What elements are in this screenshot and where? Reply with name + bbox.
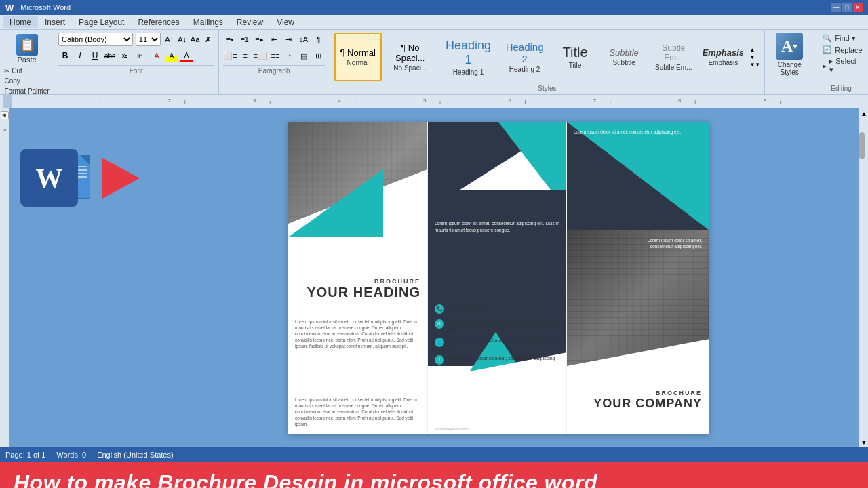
copy-button[interactable]: Copy <box>3 77 50 85</box>
font-label: Font <box>58 65 214 75</box>
bullets-button[interactable]: ≡• <box>223 33 237 46</box>
brochure-heading-left: YOUR HEADING <box>307 285 420 300</box>
style-emphasis-button[interactable]: Emphasis Emphasis <box>699 33 747 81</box>
line-spacing-button[interactable]: ↕ <box>283 49 296 62</box>
bold-button[interactable]: B <box>58 49 72 62</box>
clear-format-button[interactable]: ✗ <box>202 33 214 45</box>
decrease-indent-button[interactable]: ⇤ <box>267 33 281 46</box>
style-emphasis-preview: Emphasis <box>703 47 744 58</box>
menu-mailings[interactable]: Mailings <box>186 16 230 28</box>
styles-scroll[interactable]: ▲ ▼ ▼▼ <box>749 47 760 68</box>
editing-group: 🔍 Find ▾ 🔄 Replace ▸ ▸ Select ▾ Editing <box>814 30 868 95</box>
decrease-font-button[interactable]: A↓ <box>176 33 189 45</box>
menu-insert[interactable]: Insert <box>38 16 72 28</box>
paragraph-label: Paragraph <box>223 65 326 75</box>
align-center-button[interactable]: ≡ <box>239 49 252 62</box>
svg-text:9: 9 <box>764 98 767 104</box>
justify-button[interactable]: ≡≡ <box>269 49 282 62</box>
numbering-button[interactable]: ≡1 <box>237 33 252 46</box>
font-color-button[interactable]: A <box>180 49 193 62</box>
brochure-right-panel: BROCHURE YOUR COMPANY Lorem ipsum dolor … <box>566 122 709 434</box>
style-heading1-button[interactable]: Heading 1 Heading 1 <box>439 33 498 81</box>
show-marks-button[interactable]: ¶ <box>311 33 326 46</box>
increase-font-button[interactable]: A↑ <box>163 33 176 45</box>
borders-button[interactable]: ⊞ <box>312 49 326 62</box>
menu-page-layout[interactable]: Page Layout <box>72 16 131 28</box>
window-title: Microsoft Word <box>20 3 71 12</box>
minimize-button[interactable]: — <box>831 3 841 12</box>
superscript-button[interactable]: x² <box>133 49 146 62</box>
svg-text:6: 6 <box>508 98 511 104</box>
document-viewport[interactable]: W <box>9 108 859 447</box>
menu-home[interactable]: Home <box>3 16 38 28</box>
menu-review[interactable]: Review <box>230 16 270 28</box>
style-no-spacing-button[interactable]: ¶ No Spaci... No Spaci... <box>383 33 437 81</box>
words-status: Words: 0 <box>56 451 86 459</box>
brochure-mid-body: Lorem ipsum dolor sit amet, consectetur … <box>435 220 559 234</box>
maximize-button[interactable]: □ <box>842 3 852 12</box>
text-effect-button[interactable]: A <box>150 49 163 62</box>
style-heading2-button[interactable]: Heading 2 Heading 2 <box>499 33 550 81</box>
styles-scroll-down[interactable]: ▼ <box>749 54 760 60</box>
window-controls[interactable]: — □ ✕ <box>831 3 863 12</box>
ruler-corner <box>3 95 12 108</box>
word-logo-area: W <box>20 149 140 207</box>
underline-button[interactable]: U <box>88 49 102 62</box>
shading-button[interactable]: ▤ <box>297 49 311 62</box>
italic-button[interactable]: I <box>73 49 87 62</box>
scrollbar[interactable]: ▲ ▼ <box>859 108 868 447</box>
style-h1-preview: Heading 1 <box>443 39 493 67</box>
contact-email: ✉ Lorem ipsum dolor sit amet, consectetu… <box>435 319 559 331</box>
align-left-button[interactable]: ⬜≡ <box>223 49 238 62</box>
window-title-area: W Microsoft Word <box>5 3 71 13</box>
scroll-thumb[interactable] <box>859 132 865 159</box>
paste-button[interactable]: 📋 Paste <box>3 33 50 65</box>
email-icon: ✉ <box>435 319 444 329</box>
change-styles-dropdown-arrow: ▾ <box>793 41 797 52</box>
menu-view[interactable]: View <box>270 16 301 28</box>
doc-fold <box>80 155 90 165</box>
replace-button[interactable]: 🔄 Replace <box>818 44 864 56</box>
sort-button[interactable]: ↕A <box>296 33 311 46</box>
cut-button[interactable]: ✂ Cut <box>3 66 50 75</box>
svg-rect-1 <box>15 104 865 104</box>
scroll-up-button[interactable]: ▲ <box>859 108 868 119</box>
arrow-right-icon <box>102 158 140 199</box>
style-subtle-label: Subtle Em... <box>655 64 692 71</box>
highlight-button[interactable]: A <box>165 49 178 62</box>
align-right-button[interactable]: ≡⬜ <box>253 49 268 62</box>
style-no-spacing-preview: ¶ No Spaci... <box>388 43 433 63</box>
contact-social: f Lorem ipsum dolor sit amet, consectetu… <box>435 355 559 367</box>
styles-scroll-up[interactable]: ▲ <box>749 47 760 53</box>
change-styles-icon-letter: A <box>781 37 793 56</box>
change-case-button[interactable]: Aa <box>189 33 201 45</box>
close-button[interactable]: ✕ <box>853 3 863 12</box>
style-subtitle-preview: Subtitle <box>609 47 638 58</box>
change-styles-area: A ▾ ChangeStyles <box>769 33 810 76</box>
word-logo: W <box>20 149 78 207</box>
font-size-select[interactable]: 11 <box>136 33 161 46</box>
social-icon: f <box>435 355 444 365</box>
styles-expand[interactable]: ▼▼ <box>749 62 760 68</box>
style-subtitle-button[interactable]: Subtitle Subtitle <box>600 33 648 81</box>
strikethrough-button[interactable]: abc <box>103 49 117 62</box>
subscript-button[interactable]: x₂ <box>118 49 132 62</box>
increase-indent-button[interactable]: ⇥ <box>282 33 296 46</box>
paragraph-bottom-controls: ⬜≡ ≡ ≡⬜ ≡≡ ↕ ▤ ⊞ <box>223 49 326 62</box>
style-title-preview: Title <box>563 45 588 60</box>
change-styles-button[interactable]: A ▾ <box>776 33 803 60</box>
find-button[interactable]: 🔍 Find ▾ <box>818 33 864 44</box>
style-normal-button[interactable]: ¶ Normal Normal <box>334 33 382 81</box>
font-controls-bottom: B I U abc x₂ x² A A A <box>58 49 214 62</box>
brochure-heading-area: BROCHURE YOUR HEADING <box>307 278 420 300</box>
multilevel-button[interactable]: ≡▸ <box>252 33 267 46</box>
font-family-select[interactable]: Calibri (Body) <box>58 33 133 46</box>
brochure-body1-left: Lorem ipsum dolor sit amet, consectetur … <box>295 319 420 349</box>
style-title-button[interactable]: Title Title <box>551 33 599 81</box>
select-button[interactable]: ▸ ▸ Select ▾ <box>818 56 864 76</box>
scroll-down-button[interactable]: ▼ <box>859 437 868 447</box>
left-panel-btn[interactable]: ⊞ <box>1 111 9 119</box>
paste-label: Paste <box>17 56 36 64</box>
style-subtle-em-button[interactable]: Subtle Em... Subtle Em... <box>649 33 698 81</box>
menu-references[interactable]: References <box>131 16 186 28</box>
